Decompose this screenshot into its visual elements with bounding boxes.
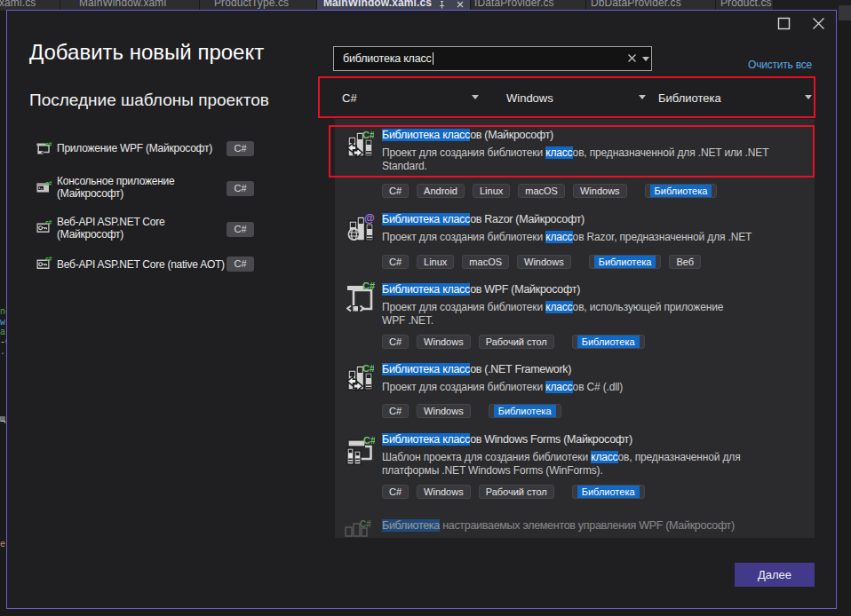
svg-text:c#: c# [45,180,52,186]
svg-text:C#: C# [363,436,375,446]
svg-text:c#: c# [45,257,52,262]
svg-text:C#: C# [362,130,374,140]
svg-text:C#: C# [362,363,374,374]
svg-text:C#: C# [360,520,371,529]
svg-text:C#: C# [362,282,375,291]
svg-text:c#: c# [45,220,52,225]
svg-text:c#: c# [45,141,52,147]
svg-text:@: @ [364,213,375,225]
